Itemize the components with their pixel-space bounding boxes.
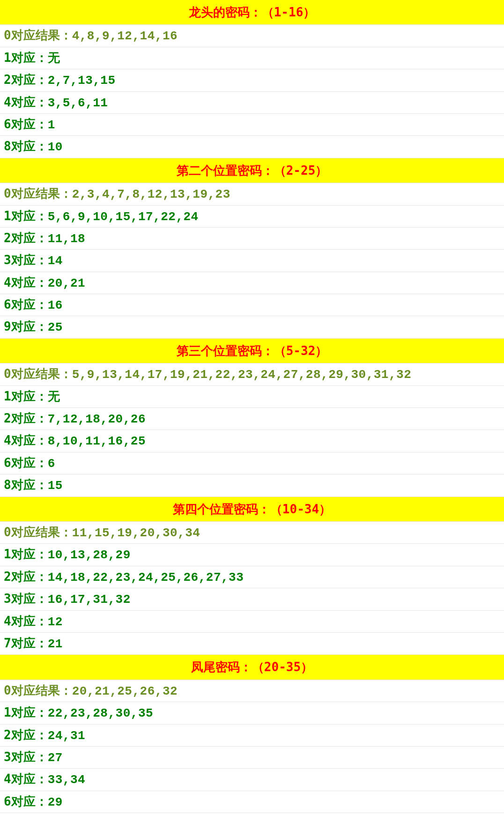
- mapping-row: 6对应：16: [0, 294, 504, 316]
- mapping-row: 0对应结果：11,15,19,20,30,34: [0, 522, 504, 544]
- mapping-label: 6对应：: [4, 794, 48, 808]
- section-header: 龙头的密码：（1-16）: [0, 0, 504, 25]
- mapping-value: 12: [48, 615, 63, 629]
- mapping-value: 27: [48, 751, 63, 765]
- mapping-label: 4对应：: [4, 433, 48, 447]
- mapping-label: 0对应结果：: [4, 28, 72, 42]
- mapping-row: 7对应：21: [0, 633, 504, 655]
- mapping-row: 1对应：10,13,28,29: [0, 544, 504, 566]
- mapping-label: 1对应：: [4, 547, 48, 561]
- mapping-label: 0对应结果：: [4, 186, 72, 200]
- mapping-row: 2对应：11,18: [0, 228, 504, 250]
- mapping-label: 0对应结果：: [4, 683, 72, 697]
- password-code-table: 龙头的密码：（1-16）0对应结果：4,8,9,12,14,161对应：无2对应…: [0, 0, 504, 813]
- mapping-label: 6对应：: [4, 117, 48, 131]
- mapping-value: 10: [48, 140, 63, 154]
- mapping-label: 2对应：: [4, 73, 48, 87]
- mapping-value: 3,5,6,11: [48, 96, 108, 110]
- mapping-row: 3对应：16,17,31,32: [0, 588, 504, 610]
- mapping-row: 8对应：10: [0, 136, 504, 158]
- mapping-row: 1对应：22,23,28,30,35: [0, 702, 504, 724]
- mapping-value: 2,3,4,7,8,12,13,19,23: [72, 187, 230, 201]
- mapping-row: 4对应：12: [0, 611, 504, 633]
- section-header: 第二个位置密码：（2-25）: [0, 158, 504, 183]
- mapping-value: 8,10,11,16,25: [48, 434, 146, 448]
- mapping-value: 29: [48, 795, 63, 809]
- mapping-row: 2对应：7,12,18,20,26: [0, 408, 504, 430]
- mapping-value: 无: [48, 390, 60, 404]
- mapping-value: 无: [48, 52, 60, 66]
- mapping-value: 16,17,31,32: [48, 592, 131, 607]
- mapping-value: 14: [48, 254, 63, 268]
- section: 第二个位置密码：（2-25）0对应结果：2,3,4,7,8,12,13,19,2…: [0, 158, 504, 339]
- mapping-label: 2对应：: [4, 728, 48, 742]
- mapping-row: 4对应：8,10,11,16,25: [0, 430, 504, 452]
- mapping-label: 1对应：: [4, 705, 48, 719]
- mapping-row: 2对应：2,7,13,15: [0, 69, 504, 91]
- mapping-row: 0对应结果：20,21,25,26,32: [0, 680, 504, 702]
- mapping-label: 2对应：: [4, 411, 48, 425]
- mapping-label: 2对应：: [4, 231, 48, 245]
- mapping-value: 16: [48, 298, 63, 312]
- mapping-row: 6对应：6: [0, 452, 504, 474]
- mapping-label: 1对应：: [4, 51, 48, 65]
- section: 龙头的密码：（1-16）0对应结果：4,8,9,12,14,161对应：无2对应…: [0, 0, 504, 158]
- mapping-value: 11,15,19,20,30,34: [72, 526, 200, 540]
- mapping-row: 2对应：24,31: [0, 725, 504, 747]
- mapping-value: 10,13,28,29: [48, 548, 131, 562]
- mapping-label: 4对应：: [4, 614, 48, 628]
- mapping-row: 3对应：27: [0, 747, 504, 769]
- mapping-label: 6对应：: [4, 297, 48, 311]
- mapping-value: 33,34: [48, 773, 86, 787]
- mapping-value: 21: [48, 637, 63, 651]
- mapping-label: 2对应：: [4, 570, 48, 584]
- mapping-row: 0对应结果：5,9,13,14,17,19,21,22,23,24,27,28,…: [0, 363, 504, 385]
- mapping-label: 0对应结果：: [4, 525, 72, 539]
- mapping-value: 2,7,13,15: [48, 74, 116, 88]
- mapping-label: 6对应：: [4, 456, 48, 470]
- mapping-value: 20,21,25,26,32: [72, 684, 178, 698]
- mapping-value: 6: [48, 457, 55, 471]
- mapping-value: 4,8,9,12,14,16: [72, 29, 178, 43]
- mapping-row: 6对应：1: [0, 114, 504, 136]
- mapping-label: 4对应：: [4, 772, 48, 786]
- mapping-row: 1对应：无: [0, 47, 504, 69]
- mapping-value: 11,18: [48, 232, 86, 246]
- mapping-value: 5,9,13,14,17,19,21,22,23,24,27,28,29,30,…: [72, 368, 412, 382]
- section: 第四个位置密码：（10-34）0对应结果：11,15,19,20,30,341对…: [0, 497, 504, 655]
- mapping-label: 3对应：: [4, 592, 48, 606]
- section: 凤尾密码：（20-35）0对应结果：20,21,25,26,321对应：22,2…: [0, 655, 504, 813]
- mapping-value: 25: [48, 320, 63, 334]
- mapping-row: 4对应：33,34: [0, 769, 504, 791]
- mapping-row: 3对应：14: [0, 250, 504, 272]
- mapping-row: 8对应：15: [0, 474, 504, 496]
- mapping-label: 4对应：: [4, 95, 48, 109]
- mapping-label: 3对应：: [4, 750, 48, 764]
- mapping-label: 8对应：: [4, 139, 48, 153]
- mapping-value: 1: [48, 118, 55, 132]
- mapping-label: 9对应：: [4, 319, 48, 333]
- mapping-value: 15: [48, 479, 63, 493]
- mapping-value: 5,6,9,10,15,17,22,24: [48, 210, 199, 224]
- mapping-row: 6对应：29: [0, 791, 504, 813]
- section: 第三个位置密码：（5-32）0对应结果：5,9,13,14,17,19,21,2…: [0, 339, 504, 497]
- mapping-value: 7,12,18,20,26: [48, 412, 146, 426]
- mapping-row: 1对应：5,6,9,10,15,17,22,24: [0, 206, 504, 228]
- mapping-value: 20,21: [48, 276, 86, 290]
- mapping-row: 0对应结果：2,3,4,7,8,12,13,19,23: [0, 183, 504, 205]
- mapping-label: 8对应：: [4, 478, 48, 492]
- mapping-label: 1对应：: [4, 389, 48, 403]
- section-header: 第三个位置密码：（5-32）: [0, 339, 504, 363]
- mapping-label: 3对应：: [4, 253, 48, 267]
- mapping-row: 2对应：14,18,22,23,24,25,26,27,33: [0, 566, 504, 588]
- mapping-label: 0对应结果：: [4, 367, 72, 381]
- mapping-value: 22,23,28,30,35: [48, 706, 153, 720]
- mapping-row: 4对应：3,5,6,11: [0, 92, 504, 114]
- mapping-value: 24,31: [48, 729, 86, 743]
- mapping-label: 4对应：: [4, 275, 48, 289]
- mapping-row: 0对应结果：4,8,9,12,14,16: [0, 25, 504, 47]
- mapping-row: 4对应：20,21: [0, 272, 504, 294]
- section-header: 凤尾密码：（20-35）: [0, 655, 504, 680]
- mapping-label: 7对应：: [4, 636, 48, 650]
- mapping-row: 9对应：25: [0, 316, 504, 338]
